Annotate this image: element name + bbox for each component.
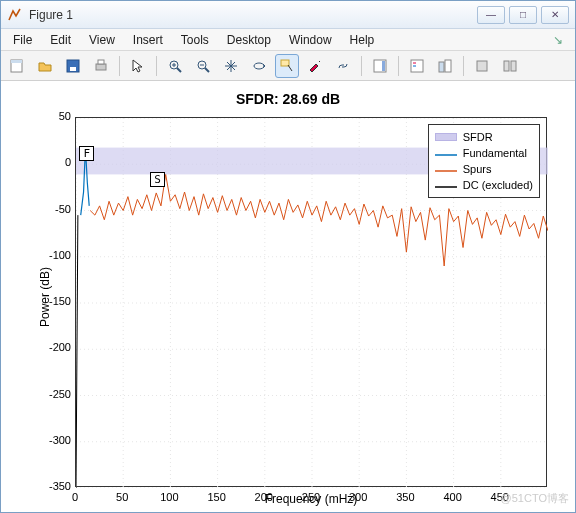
legend-swatch-fundamental	[435, 149, 457, 157]
series-dc-excluded	[76, 215, 78, 488]
menu-help[interactable]: Help	[342, 31, 383, 49]
plot-tools-icon[interactable]	[433, 54, 457, 78]
matlab-figure-icon	[7, 7, 23, 23]
open-icon[interactable]	[33, 54, 57, 78]
svg-line-7	[177, 68, 181, 72]
menu-tools[interactable]: Tools	[173, 31, 217, 49]
legend-label: SFDR	[463, 131, 493, 143]
legend-row-dc: DC (excluded)	[435, 177, 533, 193]
svg-rect-5	[98, 60, 104, 64]
link-icon[interactable]	[331, 54, 355, 78]
axes[interactable]: SFDR Fundamental Spurs DC (excluded) F S	[75, 117, 547, 487]
dock-figure-icon[interactable]: ↘	[553, 33, 567, 47]
title-bar[interactable]: Figure 1 — □ ✕	[1, 1, 575, 29]
window-title: Figure 1	[29, 8, 477, 22]
toolbar-sep	[156, 56, 157, 76]
svg-point-13	[254, 63, 264, 69]
watermark: @51CTO博客	[501, 491, 569, 506]
minimize-button[interactable]: —	[477, 6, 505, 24]
marker-fundamental[interactable]: F	[79, 146, 94, 161]
svg-rect-24	[504, 61, 509, 71]
marker-spur[interactable]: S	[150, 172, 165, 187]
svg-rect-17	[382, 61, 385, 71]
svg-rect-23	[477, 61, 487, 71]
legend-swatch-spurs	[435, 165, 457, 173]
legend-swatch-sfdr	[435, 133, 457, 141]
svg-rect-22	[445, 60, 451, 72]
legend-swatch-dc	[435, 181, 457, 189]
insert-legend-icon[interactable]	[405, 54, 429, 78]
save-icon[interactable]	[61, 54, 85, 78]
chart-title: SFDR: 28.69 dB	[1, 91, 575, 107]
show-tools-icon[interactable]	[498, 54, 522, 78]
svg-line-15	[288, 65, 292, 71]
zoom-out-icon[interactable]	[191, 54, 215, 78]
toolbar-sep	[119, 56, 120, 76]
pan-icon[interactable]	[219, 54, 243, 78]
figure-window: Figure 1 — □ ✕ File Edit View Insert Too…	[0, 0, 576, 513]
toolbar-sep	[398, 56, 399, 76]
pointer-icon[interactable]	[126, 54, 150, 78]
new-figure-icon[interactable]	[5, 54, 29, 78]
toolbar-sep	[463, 56, 464, 76]
svg-rect-18	[411, 60, 423, 72]
svg-line-11	[205, 68, 209, 72]
figure-toolbar	[1, 51, 575, 81]
svg-rect-14	[281, 60, 289, 66]
legend-label: Fundamental	[463, 147, 527, 159]
menu-edit[interactable]: Edit	[42, 31, 79, 49]
window-buttons: — □ ✕	[477, 6, 569, 24]
svg-rect-3	[70, 67, 76, 71]
svg-rect-4	[96, 64, 106, 70]
close-button[interactable]: ✕	[541, 6, 569, 24]
svg-rect-25	[511, 61, 516, 71]
menu-file[interactable]: File	[5, 31, 40, 49]
legend-row-sfdr: SFDR	[435, 129, 533, 145]
legend-label: DC (excluded)	[463, 179, 533, 191]
menu-view[interactable]: View	[81, 31, 123, 49]
legend-row-fundamental: Fundamental	[435, 145, 533, 161]
legend-label: Spurs	[463, 163, 492, 175]
data-cursor-icon[interactable]	[275, 54, 299, 78]
svg-rect-1	[11, 60, 22, 63]
menu-desktop[interactable]: Desktop	[219, 31, 279, 49]
zoom-in-icon[interactable]	[163, 54, 187, 78]
svg-rect-21	[439, 62, 444, 72]
hide-tools-icon[interactable]	[470, 54, 494, 78]
figure-canvas[interactable]: SFDR: 28.69 dB Power (dB) Frequency (mHz…	[1, 81, 575, 512]
toolbar-sep	[361, 56, 362, 76]
maximize-button[interactable]: □	[509, 6, 537, 24]
rotate3d-icon[interactable]	[247, 54, 271, 78]
brush-icon[interactable]	[303, 54, 327, 78]
menu-insert[interactable]: Insert	[125, 31, 171, 49]
print-icon[interactable]	[89, 54, 113, 78]
menu-window[interactable]: Window	[281, 31, 340, 49]
menu-bar: File Edit View Insert Tools Desktop Wind…	[1, 29, 575, 51]
legend[interactable]: SFDR Fundamental Spurs DC (excluded)	[428, 124, 540, 198]
colorbar-icon[interactable]	[368, 54, 392, 78]
legend-row-spurs: Spurs	[435, 161, 533, 177]
